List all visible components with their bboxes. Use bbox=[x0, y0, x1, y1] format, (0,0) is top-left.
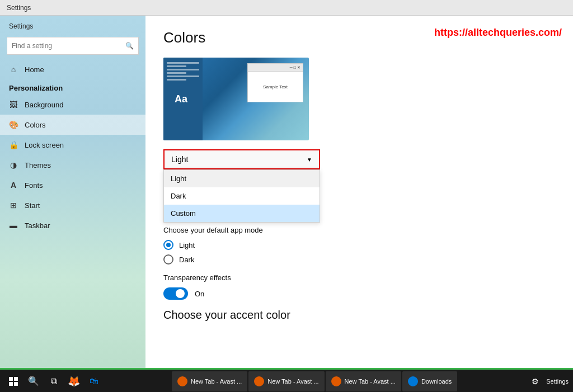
dropdown-value: Light bbox=[171, 155, 188, 164]
dropdown-item-custom[interactable]: Custom bbox=[164, 205, 320, 222]
app-label-downloads: Downloads bbox=[421, 378, 452, 385]
taskbar-app-2[interactable]: New Tab - Avast ... bbox=[248, 371, 324, 391]
app-label-2: New Tab - Avast ... bbox=[267, 378, 318, 385]
app-mode-dark-label: Dark bbox=[179, 256, 194, 264]
svg-rect-2 bbox=[9, 382, 13, 386]
preview-window-content: Sample Text bbox=[248, 72, 303, 102]
taskbar: 🔍 ⧉ 🦊 🛍 New Tab - Avast ... New Tab - Av… bbox=[0, 370, 573, 392]
preview-line-5 bbox=[167, 75, 199, 77]
sidebar-item-fonts[interactable]: A Fonts bbox=[0, 175, 145, 195]
content-area: Settings 🔍 ⌂ Home Personalization 🖼 Back… bbox=[0, 16, 573, 392]
app-label-3: New Tab - Avast ... bbox=[345, 378, 396, 385]
preview-line-1 bbox=[167, 62, 199, 64]
taskbar-left: 🔍 ⧉ 🦊 🛍 bbox=[0, 372, 107, 390]
search-taskbar-button[interactable]: 🔍 bbox=[25, 372, 43, 390]
sidebar-item-background[interactable]: 🖼 Background bbox=[0, 95, 145, 115]
settings-window: Settings Settings 🔍 ⌂ Home Personalizati… bbox=[0, 0, 573, 392]
edge-icon[interactable]: 🦊 bbox=[65, 372, 83, 390]
settings-taskbar-icon[interactable]: ⚙ bbox=[526, 372, 544, 390]
dropdown-item-custom-label: Custom bbox=[171, 209, 196, 218]
sidebar-item-start[interactable]: ⊞ Start bbox=[0, 195, 145, 215]
start-icon: ⊞ bbox=[9, 201, 18, 210]
dropdown-item-dark[interactable]: Dark bbox=[164, 187, 320, 205]
app-mode-light-label: Light bbox=[179, 241, 195, 249]
svg-rect-1 bbox=[14, 377, 18, 381]
task-view-button[interactable]: ⧉ bbox=[45, 372, 63, 390]
store-icon[interactable]: 🛍 bbox=[85, 372, 103, 390]
accent-section-label: Choose your accent color bbox=[163, 309, 555, 322]
sidebar-item-label-colors: Colors bbox=[25, 121, 46, 129]
preview-bg: Aa ─□✕ Sample Text bbox=[163, 58, 309, 140]
search-icon: 🔍 bbox=[125, 42, 134, 50]
sidebar-item-label-taskbar: Taskbar bbox=[25, 221, 50, 230]
app-icon-downloads bbox=[408, 376, 418, 386]
sidebar-item-label-background: Background bbox=[25, 101, 63, 109]
toggle-knob bbox=[176, 289, 185, 298]
preview-aa: Aa bbox=[175, 93, 187, 105]
fonts-icon: A bbox=[9, 181, 18, 190]
app-icon-3 bbox=[331, 376, 341, 386]
app-mode-dark[interactable]: Dark bbox=[163, 254, 555, 265]
taskbar-center: New Tab - Avast ... New Tab - Avast ... … bbox=[107, 371, 522, 391]
taskbar-app-1[interactable]: New Tab - Avast ... bbox=[172, 371, 247, 391]
transparency-toggle[interactable] bbox=[163, 287, 188, 300]
lock-icon: 🔒 bbox=[9, 140, 18, 149]
dropdown-item-dark-label: Dark bbox=[171, 192, 186, 200]
preview-line-3 bbox=[167, 69, 199, 70]
preview-sidebar: Aa bbox=[163, 58, 203, 140]
svg-rect-0 bbox=[9, 377, 13, 381]
transparency-toggle-row: On bbox=[163, 287, 555, 300]
dropdown-wrapper: Light ▼ Light Dark Custom bbox=[163, 149, 555, 169]
preview-line-4 bbox=[167, 72, 186, 74]
sidebar-item-lock-screen[interactable]: 🔒 Lock screen bbox=[0, 135, 145, 155]
app-mode-group: Light Dark bbox=[163, 240, 555, 265]
home-icon: ⌂ bbox=[9, 65, 18, 74]
preview-window: ─□✕ Sample Text bbox=[247, 63, 303, 102]
colors-icon: 🎨 bbox=[9, 120, 18, 129]
sidebar-header: Settings bbox=[0, 16, 145, 35]
dropdown-item-light-label: Light bbox=[171, 174, 186, 183]
app-label-1: New Tab - Avast ... bbox=[191, 378, 242, 385]
preview-line-6 bbox=[167, 79, 186, 81]
sidebar-section-label: Personalization bbox=[0, 79, 145, 95]
svg-rect-3 bbox=[14, 382, 18, 386]
dropdown-chevron-icon: ▼ bbox=[307, 157, 312, 163]
app-mode-label: Choose your default app mode bbox=[163, 226, 555, 234]
sidebar-item-label-start: Start bbox=[25, 201, 40, 210]
preview-window-title: ─□✕ bbox=[248, 64, 303, 72]
transparency-toggle-label: On bbox=[195, 290, 204, 298]
start-button[interactable] bbox=[4, 372, 22, 390]
title-bar-label: Settings bbox=[7, 4, 31, 12]
search-input[interactable] bbox=[12, 42, 122, 50]
transparency-label: Transparency effects bbox=[163, 273, 555, 282]
taskbar-icon: ▬ bbox=[9, 221, 18, 230]
background-icon: 🖼 bbox=[9, 100, 18, 109]
search-box[interactable]: 🔍 bbox=[7, 37, 139, 55]
sidebar-item-label-home: Home bbox=[25, 65, 44, 74]
taskbar-right: ⚙ Settings bbox=[522, 372, 573, 390]
app-mode-light[interactable]: Light bbox=[163, 240, 555, 250]
radio-app-dark[interactable] bbox=[163, 254, 173, 265]
sidebar-item-themes[interactable]: ◑ Themes bbox=[0, 155, 145, 175]
app-icon-2 bbox=[254, 376, 264, 386]
sidebar-item-label-lock: Lock screen bbox=[25, 141, 64, 149]
dropdown-menu: Light Dark Custom bbox=[163, 169, 320, 223]
preview-line-2 bbox=[167, 65, 186, 67]
main-content: https://alltechqueries.com/ Colors Aa bbox=[145, 16, 573, 392]
preview-container: Aa ─□✕ Sample Text bbox=[163, 58, 309, 140]
watermark: https://alltechqueries.com/ bbox=[434, 27, 562, 39]
taskbar-app-downloads[interactable]: Downloads bbox=[402, 371, 457, 391]
title-bar: Settings bbox=[0, 0, 573, 16]
themes-icon: ◑ bbox=[9, 160, 18, 169]
sidebar-item-colors[interactable]: 🎨 Colors bbox=[0, 115, 145, 135]
taskbar-settings-label: Settings bbox=[546, 378, 569, 385]
sidebar: Settings 🔍 ⌂ Home Personalization 🖼 Back… bbox=[0, 16, 145, 392]
sidebar-item-home[interactable]: ⌂ Home bbox=[0, 59, 145, 79]
radio-app-light[interactable] bbox=[163, 240, 173, 250]
dropdown-selected[interactable]: Light ▼ bbox=[163, 149, 320, 169]
sidebar-item-label-fonts: Fonts bbox=[25, 181, 43, 190]
app-icon-1 bbox=[177, 376, 187, 386]
dropdown-item-light[interactable]: Light bbox=[164, 170, 320, 187]
taskbar-app-3[interactable]: New Tab - Avast ... bbox=[326, 371, 401, 391]
sidebar-item-taskbar[interactable]: ▬ Taskbar bbox=[0, 215, 145, 235]
